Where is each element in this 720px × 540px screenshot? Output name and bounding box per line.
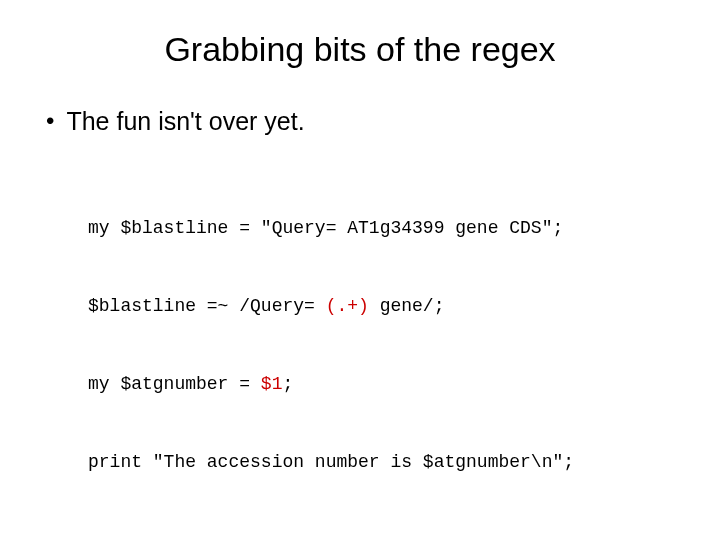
capture-variable: $1 <box>261 374 283 394</box>
code-text: ; <box>282 374 293 394</box>
code-line-2: $blastline =~ /Query= (.+) gene/; <box>88 293 680 319</box>
code-text: my $atgnumber = <box>88 374 261 394</box>
code-block: my $blastline = "Query= AT1g34399 gene C… <box>88 163 680 527</box>
bullet-item: • The fun isn't over yet. <box>46 107 680 135</box>
code-line-3: my $atgnumber = $1; <box>88 371 680 397</box>
slide: Grabbing bits of the regex • The fun isn… <box>0 0 720 540</box>
slide-title: Grabbing bits of the regex <box>40 30 680 69</box>
code-text: print "The accession number is $atgnumbe… <box>88 452 574 472</box>
bullet-dot-icon: • <box>46 107 54 135</box>
code-text: gene/; <box>369 296 445 316</box>
code-line-1: my $blastline = "Query= AT1g34399 gene C… <box>88 215 680 241</box>
regex-capture-group: (.+) <box>326 296 369 316</box>
bullet-text: The fun isn't over yet. <box>66 107 304 135</box>
code-text: my $blastline = "Query= AT1g34399 gene C… <box>88 218 563 238</box>
code-text: $blastline =~ /Query= <box>88 296 326 316</box>
code-line-4: print "The accession number is $atgnumbe… <box>88 449 680 475</box>
